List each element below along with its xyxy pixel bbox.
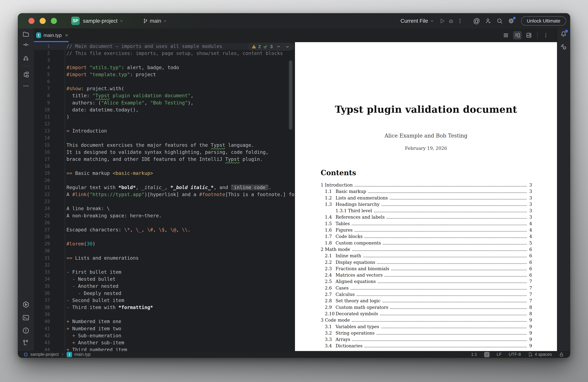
line-number[interactable]: 20 [34, 177, 56, 184]
lock-open-icon[interactable] [559, 352, 564, 357]
code-line[interactable]: 39 [34, 311, 294, 318]
inspections-widget[interactable]: 2 3 [248, 43, 293, 50]
preview-only-view-icon[interactable] [525, 31, 533, 40]
line-number[interactable]: 24 [34, 205, 56, 212]
more-tool-windows-icon[interactable] [22, 82, 30, 90]
code-line[interactable]: 20 [34, 177, 294, 184]
line-number[interactable]: 3 [34, 57, 56, 64]
commit-tool-window-icon[interactable] [22, 41, 30, 48]
search-icon[interactable] [495, 17, 504, 25]
line-number[interactable]: 12 [34, 121, 56, 127]
code-line[interactable]: 14 [34, 135, 294, 141]
code-line[interactable]: 25A non-breaking space: here~there. [34, 212, 294, 219]
code-line[interactable]: 24A line break: \ [34, 205, 294, 212]
line-number[interactable]: 6 [34, 78, 56, 85]
project-name[interactable]: sample-project [83, 18, 117, 24]
line-number[interactable]: 4 [34, 64, 56, 71]
code-line[interactable]: 33- First bullet item [34, 269, 294, 276]
line-number[interactable]: 41 [34, 325, 56, 332]
debug-button[interactable] [447, 17, 456, 25]
line-number[interactable]: 14 [34, 135, 56, 141]
line-number[interactable]: 9 [34, 99, 56, 106]
line-number[interactable]: 2 [34, 50, 56, 57]
line-number[interactable]: 33 [34, 269, 56, 276]
close-tab-icon[interactable] [64, 33, 69, 37]
code-line[interactable]: 6 [34, 78, 294, 85]
unlock-ultimate-button[interactable]: Unlock Ultimate [521, 16, 566, 25]
problems-tool-window-icon[interactable] [22, 327, 30, 334]
line-number[interactable]: 44 [34, 346, 56, 351]
line-number[interactable]: 37 [34, 297, 56, 304]
code-line[interactable]: 9 authors: ("Alice Example", "Bob Testin… [34, 99, 294, 106]
code-line[interactable]: 5#import "template.typ": project [34, 71, 294, 78]
code-line[interactable]: 32 [34, 261, 294, 269]
prev-problem-icon[interactable] [276, 44, 281, 49]
code-line[interactable]: 26 [34, 219, 294, 226]
code-line[interactable]: 10 date: datetime.today(), [34, 106, 294, 113]
code-line[interactable]: 27Escaped characters: \*, \_, \#, \$, \@… [34, 226, 294, 233]
line-number[interactable]: 28 [34, 233, 56, 240]
ai-assistant-icon[interactable]: @ [472, 17, 481, 25]
code-line[interactable]: 11) [34, 113, 294, 121]
run-configuration-selector[interactable]: Current File [400, 18, 428, 24]
more-actions-button[interactable] [456, 17, 464, 25]
line-number[interactable]: 16 [34, 149, 56, 156]
line-number[interactable]: 11 [34, 113, 56, 121]
breadcrumb-file[interactable]: main.typ [74, 352, 91, 357]
line-separator-widget[interactable]: LF [497, 352, 502, 357]
notifications-bell-icon[interactable] [560, 30, 567, 38]
line-number[interactable]: 8 [34, 92, 56, 99]
line-number[interactable]: 38 [34, 304, 56, 311]
line-number[interactable]: 42 [34, 332, 56, 339]
code-line[interactable]: 34 - Nested bullet [34, 276, 294, 283]
code-line[interactable]: 21Regular text with *bold*, _italic_, *_… [34, 184, 294, 191]
code-line[interactable]: 40+ Numbered item one [34, 318, 294, 325]
close-window-button[interactable] [28, 18, 35, 24]
line-number[interactable]: 34 [34, 276, 56, 283]
line-number[interactable]: 30 [34, 247, 56, 254]
code-line[interactable]: 3 [34, 57, 294, 64]
code-line[interactable]: 17brace matching, and other IDE features… [34, 156, 294, 163]
caret-position-widget[interactable]: 1:1 [471, 352, 477, 357]
line-number[interactable]: 25 [34, 212, 56, 219]
code-editor[interactable]: 1// Main document — imports and uses all… [34, 42, 294, 351]
line-number[interactable]: 10 [34, 106, 56, 113]
line-number[interactable]: 40 [34, 318, 56, 325]
encoding-widget[interactable]: UTF-8 [509, 352, 521, 357]
code-line[interactable]: 12 [34, 121, 294, 127]
line-number[interactable]: 17 [34, 156, 56, 163]
run-button[interactable] [438, 17, 447, 25]
code-line[interactable]: 22A #link("https://typst.app")[hyperlink… [34, 191, 294, 198]
line-number[interactable]: 18 [34, 163, 56, 170]
code-line[interactable]: 19== Basic markup <basic-markup> [34, 170, 294, 177]
code-line[interactable]: 43 + Another sub-item [34, 339, 294, 346]
code-line[interactable]: 31== Lists and enumerations [34, 255, 294, 261]
ai-chat-icon[interactable] [560, 43, 567, 51]
code-line[interactable]: 4#import "utils.typ": alert, badge, todo [34, 64, 294, 71]
git-tool-window-icon[interactable] [22, 339, 30, 346]
line-number[interactable]: 5 [34, 71, 56, 78]
line-number[interactable]: 7 [34, 85, 56, 92]
code-line[interactable]: 13= Introduction [34, 127, 294, 135]
settings-gear-icon[interactable] [507, 17, 516, 25]
project-tool-window-icon[interactable] [22, 31, 30, 38]
line-number[interactable]: 23 [34, 198, 56, 205]
chevron-down-icon[interactable] [430, 19, 434, 23]
line-number[interactable]: 1 [34, 43, 56, 50]
add-user-icon[interactable] [484, 17, 493, 25]
line-number[interactable]: 21 [34, 184, 56, 191]
code-line[interactable]: 29#lorem(30) [34, 240, 294, 247]
code-line[interactable]: 35 - Another nested [34, 283, 294, 290]
line-number[interactable]: 39 [34, 311, 56, 318]
line-number[interactable]: 32 [34, 261, 56, 269]
next-problem-icon[interactable] [285, 44, 290, 49]
line-number[interactable]: 36 [34, 290, 56, 297]
split-view-icon[interactable] [513, 31, 522, 40]
code-line[interactable]: 36 - Deeply nested [34, 290, 294, 297]
code-line[interactable]: 7#show: project.with( [34, 85, 294, 92]
line-number[interactable]: 31 [34, 255, 56, 261]
line-number[interactable]: 43 [34, 339, 56, 346]
editor-only-view-icon[interactable] [502, 31, 510, 40]
structure-tool-window-icon[interactable] [22, 71, 30, 78]
code-line[interactable]: 18 [34, 163, 294, 170]
